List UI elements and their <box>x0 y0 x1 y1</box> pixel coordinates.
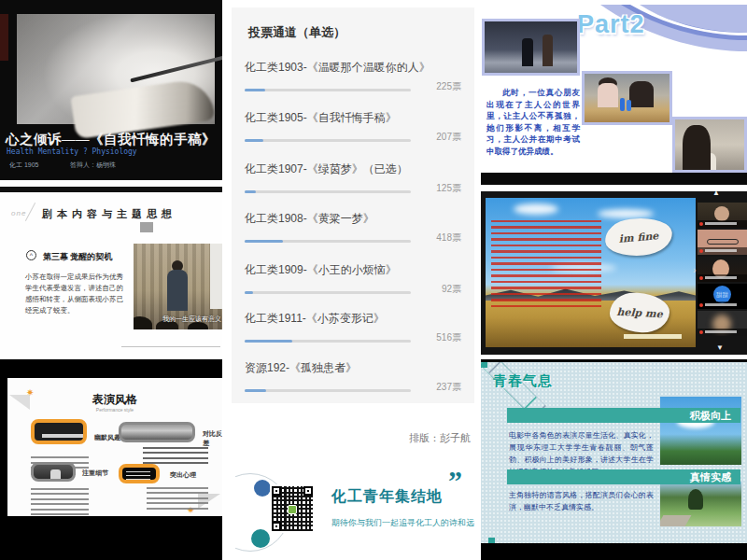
blue-bottle <box>620 98 625 111</box>
participant-name <box>705 276 737 279</box>
slide-title: 剧本内容与主题思想 <box>42 207 176 221</box>
story-paragraph: 此时，一位真心朋友出现在了主人公的世界里，让主人公不再孤独，她们形影不离，相互学… <box>486 87 580 157</box>
slide-image-script-content[interactable]: one 剧本内容与主题思想 ^ 第三幕 觉醒的契机 小苏在取得一定成果后作为优秀… <box>0 187 222 357</box>
qr-eye <box>272 522 281 531</box>
chevron-circle-icon: ^ <box>26 250 36 260</box>
mic-icon <box>699 249 703 253</box>
collage-page: 心之倾诉——《自我忏悔的手稿》 Health Mentality ? Physi… <box>0 0 747 560</box>
name-bar <box>698 220 747 228</box>
poll-option[interactable]: 化工类1909-《小王的小烦恼》 92票 <box>245 262 461 296</box>
footer-line <box>121 346 220 347</box>
chevron-right-icon[interactable]: › <box>693 264 697 275</box>
slide-image-confession-title[interactable]: 心之倾诉——《自我忏悔的手稿》 Health Mentality ? Physi… <box>0 0 222 180</box>
style-label-3: 注重细节 <box>82 469 108 478</box>
inner-slide: 表演风格 Performance style ✷ ✷ 幽默风趣 对比反差 注重细… <box>7 378 222 516</box>
qr-center-logo <box>288 505 297 514</box>
poll-option[interactable]: 化工类1908-《黄粱一梦》 418票 <box>245 211 461 245</box>
poll-option[interactable]: 化工类1905-《自我忏悔手稿》 207票 <box>245 110 461 144</box>
style-thumbnail-1 <box>31 419 87 444</box>
quote-mark: ” <box>448 467 462 497</box>
vote-panel-title: 投票通道（单选） <box>248 24 345 41</box>
poll-bar-track <box>245 240 411 243</box>
mic-icon <box>699 303 703 307</box>
student-figure <box>598 83 618 107</box>
participant-name <box>705 330 737 333</box>
poll-votes: 418票 <box>411 231 461 245</box>
poll-option[interactable]: 化工类1907-《绿茵梦》（已选） 125票 <box>245 161 461 195</box>
book-pen-photo <box>17 14 215 124</box>
top-black-bar <box>0 187 222 192</box>
speaker-silhouette <box>167 270 188 311</box>
poll-option-name: 化工类1905-《自我忏悔手稿》 <box>245 110 461 126</box>
poll-votes: 237票 <box>411 381 461 394</box>
person-silhouette <box>543 35 553 66</box>
poll-option-name: 资源192-《孤独患者》 <box>245 360 461 376</box>
poll-option[interactable]: 资源192-《孤独患者》 237票 <box>245 360 461 394</box>
style-paragraph-4 <box>147 487 208 510</box>
vote-panel: 投票通道（单选） 化工类1903-《温暖那个温暖你的人》 225票 化工类190… <box>232 7 474 403</box>
poll-bar-track <box>245 139 411 142</box>
participant-tile[interactable] <box>698 257 747 282</box>
style-thumbnail-4 <box>119 464 160 483</box>
paper-note-im-fine: im fine <box>603 216 673 259</box>
participant-name <box>705 249 737 252</box>
video-subtitle: 我的一生应该有意义 <box>162 315 221 324</box>
style-paragraph-3 <box>31 488 89 516</box>
participant-tile[interactable] <box>698 311 747 336</box>
teal-dot-decoration <box>251 529 270 548</box>
shared-slide: im fine help me <box>486 198 696 347</box>
poll-bar-fill <box>245 389 266 392</box>
qr-pattern <box>272 486 313 531</box>
section-index: one <box>11 209 26 217</box>
style-label-1: 幽默风趣 <box>94 433 120 442</box>
act-heading: 第三幕 觉醒的契机 <box>43 251 112 263</box>
poll-bar-fill <box>245 340 292 343</box>
poll-bar-track <box>245 389 411 392</box>
credits-text-lines <box>126 471 150 483</box>
qr-code[interactable] <box>270 484 315 533</box>
photo-edge-strip <box>0 14 8 61</box>
slide-image-part2[interactable]: Part2 此时，一位真心朋友出现在了主人公的世界里，让主人公不再孤独，她们形影… <box>481 5 747 185</box>
name-bar <box>698 274 747 282</box>
mic-icon <box>699 276 703 280</box>
poll-option-name: 化工类1911-《小苏变形记》 <box>245 311 461 327</box>
participant-name <box>705 222 737 225</box>
poll-option[interactable]: 化工类1911-《小苏变形记》 516票 <box>245 311 461 344</box>
blue-bottle <box>627 100 631 111</box>
collapse-down-icon[interactable]: ▼ <box>716 343 724 352</box>
poll-bar-track <box>245 89 411 91</box>
poll-option[interactable]: 化工类1903-《温暖那个温暖你的人》 225票 <box>245 60 461 93</box>
poll-bar-fill <box>245 139 263 142</box>
student-figure <box>629 81 654 107</box>
poll-option-name: 化工类1909-《小王的小烦恼》 <box>245 262 461 278</box>
red-text-block <box>491 220 601 310</box>
banner-positive: 积极向上 <box>507 408 740 423</box>
teal-corner-accent <box>488 538 495 543</box>
participant-tile[interactable]: 甜甜 <box>698 284 747 309</box>
poll-option-name: 化工类1903-《温暖那个温暖你的人》 <box>245 60 461 76</box>
participant-tile[interactable] <box>698 230 747 255</box>
classroom-photo <box>582 71 672 125</box>
slide-image-youth-vibe[interactable]: 青春气息 积极向上 电影中各角色的表演尽量生活化、真实化，展现华东理工大学学生青… <box>481 359 747 560</box>
account-title: 化工青年集结地 <box>331 487 443 507</box>
slide-title: 青春气息 <box>493 372 553 390</box>
poll-bar-fill <box>245 240 283 243</box>
embedded-video-thumbnail[interactable]: 我的一生应该有意义 <box>134 244 222 329</box>
typesetting-credit: 排版：彭子航 <box>232 431 471 445</box>
mic-icon <box>699 222 703 226</box>
poll-votes: 92票 <box>411 283 461 296</box>
path-shape <box>660 515 691 526</box>
poll-option-name: 化工类1907-《绿茵梦》（已选） <box>245 161 461 177</box>
style-thumbnail-2 <box>119 422 195 442</box>
slide-title: Part2 <box>577 10 645 39</box>
video-conference-screenshot[interactable]: im fine help me › ▲ 甜甜 <box>481 191 747 355</box>
poll-votes: 516票 <box>411 331 461 344</box>
slide-title: 心之倾诉——《自我忏悔的手稿》 <box>6 131 222 148</box>
slide-image-performance-style[interactable]: 表演风格 Performance style ✷ ✷ 幽默风趣 对比反差 注重细… <box>0 359 222 560</box>
participant-tile[interactable] <box>698 203 747 228</box>
presenter-label: 答辩人：杨明珠 <box>70 161 116 170</box>
poll-votes: 125票 <box>411 182 461 195</box>
blue-dot-decoration <box>254 480 271 497</box>
act-description: 小苏在取得一定成果后作为优秀学生代表受邀发言，讲述自己的感悟和转变，从侧面表现小… <box>25 272 128 316</box>
qr-eye <box>303 486 313 496</box>
